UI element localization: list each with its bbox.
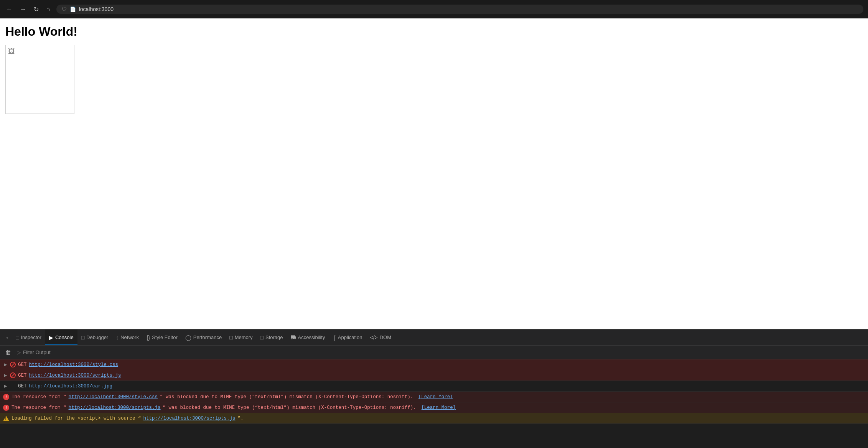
tab-accessibility[interactable]: ⛟ Accessibility: [287, 329, 329, 345]
console-link-scripts-js-3[interactable]: http://localhost:3000/scripts.js: [143, 416, 236, 421]
tab-dom[interactable]: </> DOM: [366, 329, 395, 345]
tab-debugger-label: Debugger: [86, 334, 108, 340]
dom-icon: </>: [370, 334, 377, 341]
tab-network[interactable]: ↕ Network: [112, 329, 143, 345]
performance-icon: ◯: [185, 334, 191, 341]
clear-console-button[interactable]: 🗑: [3, 348, 14, 357]
application-icon: ⌠: [333, 334, 336, 341]
tab-console[interactable]: ▶ Console: [45, 329, 77, 345]
console-link-scripts-js-2[interactable]: http://localhost:3000/scripts.js: [69, 405, 161, 410]
broken-image: 🖼: [5, 45, 74, 114]
console-row-2: ▶ GET http://localhost:3000/scripts.js: [0, 370, 868, 381]
tab-debugger[interactable]: □ Debugger: [77, 329, 112, 345]
tab-application[interactable]: ⌠ Application: [329, 329, 366, 345]
filter-wrap: ▷ Filter Output: [17, 349, 51, 355]
error-circle-2: !: [3, 405, 9, 411]
tab-performance[interactable]: ◯ Performance: [181, 329, 226, 345]
warning-msg-prefix: Loading failed for the <script> with sou…: [12, 416, 141, 421]
home-button[interactable]: ⌂: [45, 4, 52, 14]
tab-memory-label: Memory: [235, 334, 253, 340]
blocked-icon-1: [10, 362, 16, 367]
tab-dom-label: DOM: [380, 334, 391, 340]
expand-btn-1[interactable]: ▶: [3, 362, 8, 367]
tab-pick[interactable]: ◦: [2, 329, 12, 345]
error-msg-suffix-2: ” was blocked due to MIME type (“text/ht…: [163, 405, 419, 410]
devtools-tabs: ◦ □ Inspector ▶ Console □ Debugger ↕ Net…: [0, 329, 868, 346]
learn-more-2[interactable]: [Learn More]: [421, 405, 456, 410]
broken-image-icon: 🖼: [8, 48, 15, 56]
console-link-style-css-1[interactable]: http://localhost:3000/style.css: [29, 362, 119, 367]
console-row-5: ! The resource from “http://localhost:30…: [0, 402, 868, 413]
console-link-car-jpg[interactable]: http://localhost:3000/car.jpg: [29, 384, 113, 389]
console-link-scripts-js-1[interactable]: http://localhost:3000/scripts.js: [29, 373, 121, 378]
tab-memory[interactable]: □ Memory: [226, 329, 256, 345]
url-text: localhost:3000: [79, 6, 114, 12]
learn-more-1[interactable]: [Learn More]: [418, 394, 453, 400]
inspector-icon: □: [16, 334, 19, 341]
warning-triangle-1: [3, 416, 9, 421]
network-icon: ↕: [116, 334, 119, 341]
tab-performance-label: Performance: [193, 334, 222, 340]
get-method-2: GET: [18, 373, 27, 378]
filter-output-label: Filter Output: [23, 349, 51, 355]
tab-application-label: Application: [338, 334, 362, 340]
tab-inspector-label: Inspector: [21, 334, 41, 340]
tab-style-editor-label: Style Editor: [152, 334, 177, 340]
reload-button[interactable]: ↻: [32, 4, 40, 15]
debugger-icon: □: [81, 334, 84, 341]
memory-icon: □: [229, 334, 232, 341]
console-row-4: ! The resource from “http://localhost:30…: [0, 392, 868, 402]
error-msg-prefix-2: The resource from “: [12, 405, 66, 410]
get-method-1: GET: [18, 362, 27, 367]
back-button[interactable]: ←: [5, 4, 14, 14]
page-content: Hello World! 🖼: [0, 18, 868, 329]
console-icon: ▶: [49, 334, 53, 341]
error-msg-suffix-1: ” was blocked due to MIME type (“text/ht…: [160, 394, 416, 400]
error-msg-prefix-1: The resource from “: [12, 394, 66, 400]
tab-style-editor[interactable]: {} Style Editor: [143, 329, 181, 345]
pick-icon: ◦: [6, 334, 8, 341]
style-editor-icon: {}: [147, 334, 150, 341]
console-link-style-css-2[interactable]: http://localhost:3000/style.css: [69, 394, 158, 400]
tab-inspector[interactable]: □ Inspector: [12, 329, 45, 345]
tab-storage[interactable]: □ Storage: [257, 329, 287, 345]
blocked-icon-2: [10, 372, 16, 378]
expand-btn-2[interactable]: ▶: [3, 373, 8, 378]
forward-button[interactable]: →: [18, 4, 28, 14]
devtools-panel: ◦ □ Inspector ▶ Console □ Debugger ↕ Net…: [0, 329, 868, 448]
browser-toolbar: ← → ↻ ⌂ 🛡 📄 localhost:3000: [0, 0, 868, 18]
accessibility-icon: ⛟: [291, 334, 296, 341]
error-circle-1: !: [3, 394, 9, 400]
console-output: ▶ GET http://localhost:3000/style.css ▶ …: [0, 359, 868, 448]
shield-icon: 🛡: [62, 7, 67, 12]
console-row-3: ▶ GET http://localhost:3000/car.jpg: [0, 381, 868, 392]
tab-storage-label: Storage: [265, 334, 283, 340]
warning-msg-suffix: ”.: [238, 416, 244, 421]
page-icon: 📄: [70, 7, 76, 12]
devtools-toolbar: 🗑 ▷ Filter Output: [0, 346, 868, 359]
tab-console-label: Console: [55, 334, 74, 340]
get-method-3: GET: [18, 384, 27, 389]
filter-icon: ▷: [17, 349, 21, 355]
tab-network-label: Network: [120, 334, 139, 340]
console-row-6: Loading failed for the <script> with sou…: [0, 413, 868, 424]
page-title: Hello World!: [5, 25, 863, 39]
address-bar[interactable]: 🛡 📄 localhost:3000: [56, 5, 863, 14]
console-row-1: ▶ GET http://localhost:3000/style.css: [0, 359, 868, 370]
storage-icon: □: [260, 334, 264, 341]
expand-btn-3[interactable]: ▶: [3, 384, 8, 389]
tab-accessibility-label: Accessibility: [298, 334, 325, 340]
